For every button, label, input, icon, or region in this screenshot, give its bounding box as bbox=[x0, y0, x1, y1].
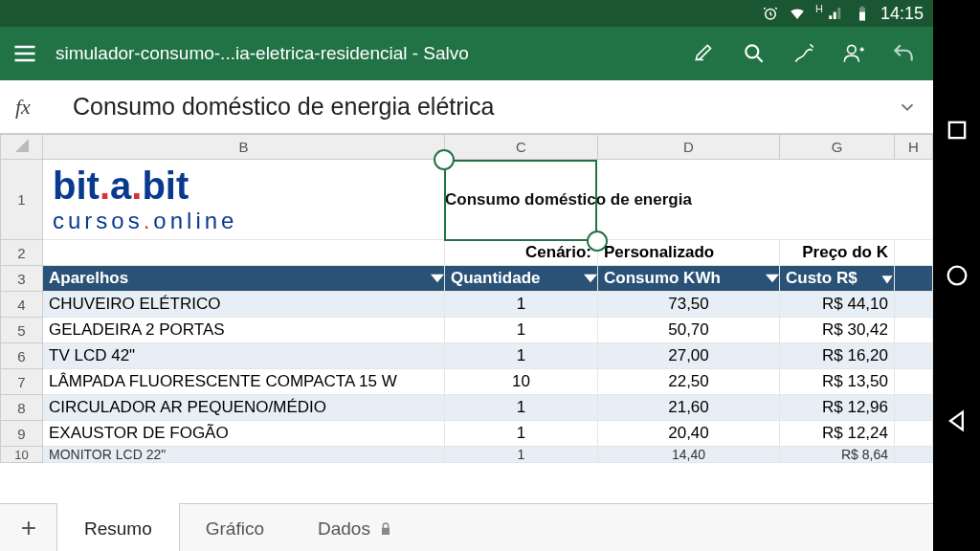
android-status-bar: H 14:15 bbox=[0, 0, 933, 27]
table-row[interactable]: 7 LÂMPADA FLUORESCENTE COMPACTA 15 W 10 … bbox=[1, 369, 933, 395]
cenario-value[interactable]: Personalizado bbox=[598, 240, 780, 266]
undo-icon[interactable] bbox=[891, 41, 916, 66]
draw-icon[interactable] bbox=[791, 41, 816, 66]
document-title[interactable]: simulador-consumo-...ia-eletrica-residen… bbox=[56, 43, 675, 64]
filter-drop-icon[interactable] bbox=[431, 272, 444, 285]
column-header-row[interactable]: B C D G H bbox=[1, 135, 933, 160]
table-row[interactable]: 6 TV LCD 42" 1 27,00 R$ 16,20 bbox=[1, 343, 933, 369]
table-row[interactable]: 9 EXAUSTOR DE FOGÃO 1 20,40 R$ 12,24 bbox=[1, 421, 933, 447]
search-icon[interactable] bbox=[742, 41, 767, 66]
spreadsheet-grid[interactable]: B C D G H 1 bit.a.bit cursos.online bbox=[0, 134, 933, 503]
svg-rect-3 bbox=[948, 122, 964, 138]
menu-icon[interactable] bbox=[11, 40, 38, 67]
sheet-tab-bar: + Resumo Gráfico Dados bbox=[0, 503, 933, 551]
tab-resumo[interactable]: Resumo bbox=[57, 504, 179, 551]
table-row[interactable]: 10 MONITOR LCD 22" 1 14,40 R$ 8,64 bbox=[1, 447, 933, 463]
home-icon[interactable] bbox=[944, 262, 970, 289]
select-all-corner[interactable] bbox=[1, 135, 43, 160]
preco-label[interactable]: Preço do K bbox=[780, 240, 895, 266]
row-2[interactable]: 2 Cenário: Personalizado Preço do K bbox=[1, 240, 933, 266]
signal-icon bbox=[827, 5, 844, 22]
row-3-headers[interactable]: 3 Aparelhos Quantidade Consumo KWh Custo… bbox=[1, 266, 933, 292]
edit-format-icon[interactable] bbox=[692, 41, 717, 66]
formula-content[interactable]: Consumo doméstico de energia elétrica bbox=[73, 93, 897, 121]
row-header-1[interactable]: 1 bbox=[1, 160, 43, 240]
col-header-H[interactable]: H bbox=[895, 135, 933, 160]
back-icon[interactable] bbox=[944, 408, 970, 434]
table-row[interactable]: 4 CHUVEIRO ELÉTRICO 1 73,50 R$ 44,10 bbox=[1, 292, 933, 318]
hdr-aparelhos[interactable]: Aparelhos bbox=[43, 266, 444, 291]
filter-drop-icon[interactable] bbox=[766, 272, 779, 285]
logo-cell[interactable]: bit.a.bit cursos.online bbox=[43, 160, 445, 240]
sheet-title-cell[interactable]: Consumo doméstico de energia bbox=[445, 160, 933, 240]
battery-icon bbox=[854, 5, 871, 22]
hdr-quantidade[interactable]: Quantidade bbox=[445, 266, 597, 291]
android-nav-bar bbox=[933, 0, 980, 551]
fx-label: fx bbox=[15, 95, 73, 120]
tab-grafico[interactable]: Gráfico bbox=[179, 504, 291, 551]
share-add-user-icon[interactable] bbox=[841, 41, 866, 66]
svg-point-1 bbox=[746, 45, 758, 57]
excel-app-bar: simulador-consumo-...ia-eletrica-residen… bbox=[0, 27, 933, 80]
logo-text: bit.a.bit bbox=[53, 165, 438, 208]
row-header-2[interactable]: 2 bbox=[1, 240, 43, 266]
clock-text: 14:15 bbox=[880, 4, 924, 24]
sort-desc-icon[interactable] bbox=[880, 272, 894, 285]
lock-icon bbox=[378, 521, 393, 537]
alarm-icon bbox=[762, 5, 779, 22]
col-header-C[interactable]: C bbox=[445, 135, 598, 160]
svg-point-2 bbox=[848, 45, 857, 54]
formula-bar[interactable]: fx Consumo doméstico de energia elétrica bbox=[0, 80, 933, 134]
filter-drop-icon[interactable] bbox=[584, 272, 597, 285]
cenario-label[interactable]: Cenário: bbox=[445, 240, 598, 266]
recent-apps-icon[interactable] bbox=[944, 117, 970, 143]
hdr-consumo[interactable]: Consumo KWh bbox=[598, 266, 779, 291]
wifi-icon bbox=[789, 5, 806, 22]
logo-subtext: cursos.online bbox=[53, 208, 438, 234]
chevron-down-icon[interactable] bbox=[897, 97, 918, 118]
row-1[interactable]: 1 bit.a.bit cursos.online Consumo domést… bbox=[1, 160, 933, 240]
tab-dados[interactable]: Dados bbox=[291, 504, 420, 551]
table-row[interactable]: 8 CIRCULADOR AR PEQUENO/MÉDIO 1 21,60 R$… bbox=[1, 395, 933, 421]
col-header-G[interactable]: G bbox=[780, 135, 895, 160]
svg-point-4 bbox=[947, 267, 966, 285]
add-sheet-button[interactable]: + bbox=[0, 504, 57, 551]
row-header-3[interactable]: 3 bbox=[1, 266, 43, 292]
table-row[interactable]: 5 GELADEIRA 2 PORTAS 1 50,70 R$ 30,42 bbox=[1, 318, 933, 343]
col-header-D[interactable]: D bbox=[598, 135, 780, 160]
hdr-custo[interactable]: Custo R$ bbox=[780, 266, 894, 291]
network-type: H bbox=[815, 0, 823, 14]
col-header-B[interactable]: B bbox=[43, 135, 445, 160]
